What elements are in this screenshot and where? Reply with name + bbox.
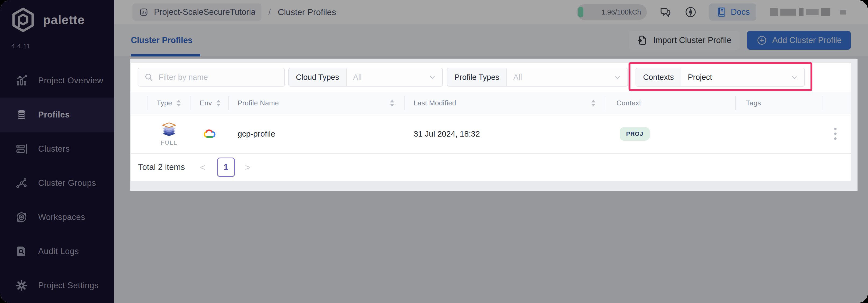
profile-stack-icon xyxy=(161,122,177,137)
sidebar-item-label: Cluster Groups xyxy=(38,178,96,188)
sidebar-item-label: Profiles xyxy=(38,110,70,120)
profile-name: gcp-profile xyxy=(238,129,275,139)
column-header-type[interactable]: Type xyxy=(148,92,190,114)
sidebar-item-workspaces[interactable]: Workspaces xyxy=(0,200,114,234)
profiles-panel: Cloud Types All Profile Types All xyxy=(131,63,851,181)
contexts-label: Contexts xyxy=(636,68,681,86)
next-page-button[interactable]: > xyxy=(242,162,253,173)
chevron-down-icon xyxy=(790,68,804,86)
filter-bar: Cloud Types All Profile Types All xyxy=(131,63,851,92)
context-badge: PROJ xyxy=(620,127,650,141)
cell-profile-name[interactable]: gcp-profile xyxy=(228,129,404,139)
breadcrumb-page-title: Cluster Profiles xyxy=(278,7,336,17)
book-icon xyxy=(716,7,726,18)
column-header-profile-name[interactable]: Profile Name xyxy=(228,92,404,114)
bar-chart-icon xyxy=(15,74,28,87)
sort-control[interactable] xyxy=(591,100,595,107)
docs-button[interactable]: Docs xyxy=(709,3,756,21)
profile-types-filter[interactable]: Profile Types All xyxy=(447,68,628,87)
cloud-types-filter[interactable]: Cloud Types All xyxy=(288,68,443,87)
plus-circle-icon xyxy=(756,35,768,46)
cell-actions xyxy=(823,125,851,143)
google-cloud-icon xyxy=(203,128,216,139)
column-label: Context xyxy=(606,99,641,107)
layers-icon xyxy=(15,108,28,121)
top-bar: Project-ScaleSecureTutoria / Cluster Pro… xyxy=(114,0,868,24)
sidebar-item-cluster-groups[interactable]: Cluster Groups xyxy=(0,166,114,200)
search-input[interactable] xyxy=(159,73,278,82)
sidebar-item-label: Project Overview xyxy=(38,76,103,86)
redaction-block xyxy=(806,9,818,15)
chat-bubbles-icon xyxy=(659,6,672,19)
prev-page-button[interactable]: < xyxy=(197,162,208,173)
breadcrumb-project-name: Project-ScaleSecureTutoria xyxy=(154,7,255,17)
search-filter[interactable] xyxy=(137,68,285,87)
project-chart-icon xyxy=(139,7,149,17)
active-tab-underline xyxy=(131,54,200,57)
sort-control[interactable] xyxy=(177,100,181,107)
nodes-icon xyxy=(15,177,28,189)
page-number-button[interactable]: 1 xyxy=(217,157,235,177)
usage-meter[interactable]: 1.96/100kCh xyxy=(577,4,647,20)
column-label: Profile Name xyxy=(228,99,279,107)
user-menu-redacted[interactable] xyxy=(770,8,846,16)
logo: palette xyxy=(0,0,114,33)
sidebar: palette 4.4.11 Project Overview xyxy=(0,0,114,303)
feedback-button[interactable] xyxy=(659,5,672,19)
sort-control[interactable] xyxy=(390,100,394,107)
column-label: Last Modified xyxy=(404,99,456,107)
sidebar-item-project-settings[interactable]: Project Settings xyxy=(0,268,114,302)
add-button-label: Add Cluster Profile xyxy=(772,35,842,45)
main-area: Project-ScaleSecureTutoria / Cluster Pro… xyxy=(114,0,868,303)
last-modified-value: 31 Jul 2024, 18:32 xyxy=(413,129,480,139)
tab-bar: Cluster Profiles Import Cluster Profile xyxy=(114,24,868,57)
sidebar-item-label: Project Settings xyxy=(38,281,99,291)
column-label: Tags xyxy=(735,99,761,107)
column-header-last-modified[interactable]: Last Modified xyxy=(404,92,606,114)
doc-search-icon xyxy=(15,245,28,258)
gear-icon xyxy=(15,279,28,292)
cell-last-modified: 31 Jul 2024, 18:32 xyxy=(404,129,606,139)
sidebar-item-project-overview[interactable]: Project Overview xyxy=(0,63,114,98)
compass-icon xyxy=(684,6,697,18)
search-icon xyxy=(144,72,154,82)
import-cluster-profile-button[interactable]: Import Cluster Profile xyxy=(629,31,739,50)
redaction-block xyxy=(821,8,830,16)
tab-label: Cluster Profiles xyxy=(131,35,192,45)
breadcrumb-project-selector[interactable]: Project-ScaleSecureTutoria xyxy=(132,3,261,21)
column-header-context[interactable]: Context xyxy=(606,92,735,114)
cell-context: PROJ xyxy=(606,127,735,141)
contexts-filter[interactable]: Contexts Project xyxy=(636,68,805,87)
row-kebab-menu[interactable] xyxy=(832,125,839,143)
palette-logo-icon xyxy=(10,7,36,33)
column-header-env[interactable]: Env xyxy=(190,92,228,114)
redaction-block xyxy=(799,8,804,16)
column-label: Type xyxy=(148,99,172,107)
usage-progress-fill xyxy=(578,7,583,18)
sidebar-item-clusters[interactable]: Clusters xyxy=(0,132,114,166)
sidebar-item-label: Clusters xyxy=(38,144,70,154)
cell-env xyxy=(190,128,228,139)
redaction-block xyxy=(770,8,778,16)
sidebar-item-audit-logs[interactable]: Audit Logs xyxy=(0,234,114,268)
cloud-types-label: Cloud Types xyxy=(289,68,347,86)
tab-cluster-profiles[interactable]: Cluster Profiles xyxy=(131,24,192,57)
redaction-block xyxy=(780,9,796,16)
sidebar-item-profiles[interactable]: Profiles xyxy=(0,98,114,132)
pagination: Total 2 items < 1 > xyxy=(131,154,851,181)
tab-actions: Import Cluster Profile Add Cluster Profi… xyxy=(629,31,851,50)
app-window: palette 4.4.11 Project Overview xyxy=(0,0,868,303)
table-row[interactable]: FULL gcp-profile 31 Jul xyxy=(131,114,851,154)
explore-button[interactable] xyxy=(684,5,698,19)
contexts-value: Project xyxy=(681,68,790,86)
orbit-icon xyxy=(15,211,28,224)
column-header-tags[interactable]: Tags xyxy=(735,92,823,114)
sidebar-item-label: Workspaces xyxy=(38,212,85,222)
add-cluster-profile-button[interactable]: Add Cluster Profile xyxy=(747,31,851,50)
profile-types-value: All xyxy=(507,68,614,86)
total-items-label: Total 2 items xyxy=(138,162,185,172)
sort-control[interactable] xyxy=(216,100,221,107)
top-right-cluster: 1.96/100kCh xyxy=(577,3,846,21)
sidebar-nav: Project Overview Profiles xyxy=(0,63,114,302)
import-file-icon xyxy=(637,35,648,46)
